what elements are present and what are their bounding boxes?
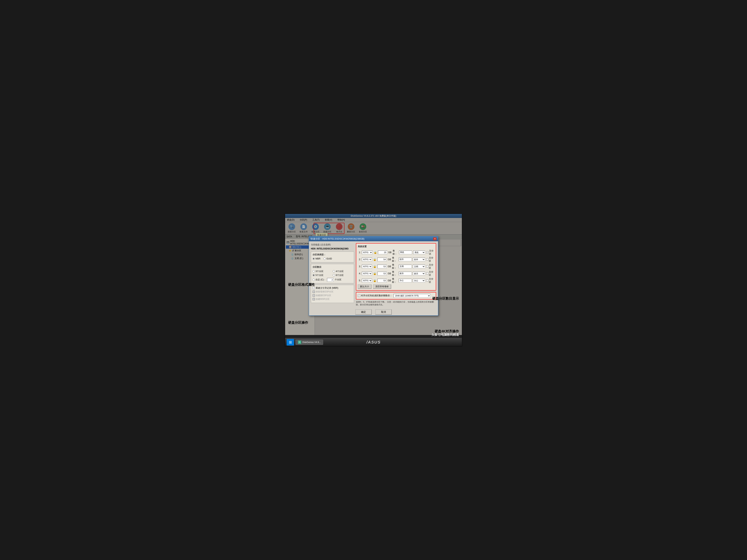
size-input-2[interactable] (378, 258, 387, 261)
align-checkbox[interactable]: ✓ 对齐分区到此扇区数的整数倍： (358, 294, 392, 297)
create-msr-label: 创建MSR分区 (316, 298, 330, 301)
asus-logo: /ASUS (366, 340, 381, 345)
primary-check-3[interactable]: 主分区 (426, 263, 434, 270)
primary-check-5[interactable]: 主分区 (426, 277, 434, 284)
count-3-input[interactable] (313, 270, 315, 272)
clear-labels-btn[interactable]: 清空所有卷标 (373, 285, 391, 289)
label-select-5[interactable]: 办公 (413, 279, 425, 283)
primary-label-5: 主分区 (429, 277, 434, 284)
primary-box-5[interactable] (426, 279, 428, 282)
label-select-2[interactable]: 软件 (413, 258, 425, 261)
alignment-box: ✓ 对齐分区到此扇区数的整数倍： 2048 扇区 (1048576 字节) 40… (356, 292, 436, 299)
cancel-btn[interactable]: 取消 (375, 310, 392, 315)
primary-label-2: 主分区 (429, 256, 434, 263)
label-prefix-5: 卷标： (392, 277, 397, 284)
mbr-label: MBR (315, 258, 320, 260)
guid-radio[interactable]: GUID (324, 258, 332, 260)
create-esp-box (313, 294, 315, 297)
label-input-5[interactable] (399, 279, 412, 283)
label-input-3[interactable] (399, 265, 412, 268)
lock-icon-3: 🔒 (373, 265, 376, 268)
note-content: 选择4、5、6"快速选择分区个数。 注意：此功能执行后，当前磁盘上的现有分区将被… (356, 301, 434, 306)
part-count-grid: 3个分区 4个分区 5个分区 (313, 270, 352, 277)
mbr-radio-input[interactable] (313, 258, 315, 260)
align-box-check[interactable]: ✓ (358, 294, 360, 297)
lock-icon-2: 🔒 (373, 258, 376, 261)
unit-3: GB (388, 265, 391, 268)
count-6-radio[interactable]: 6个分区 (333, 274, 352, 277)
rebuild-mbr-checkbox[interactable]: ✓ 重建主引导记录 (MBR) (313, 287, 352, 290)
align-label: 对齐分区到此扇区数的整数倍： (361, 294, 392, 297)
primary-box-3[interactable] (426, 265, 428, 268)
taskbar-diskgenius[interactable]: G DiskGenius V4.9... (295, 340, 323, 345)
keep-esp-box (313, 291, 315, 293)
count-5-input[interactable] (313, 274, 315, 276)
custom-radio-input[interactable] (313, 279, 315, 281)
label-select-1[interactable]: 系统 (413, 250, 425, 254)
primary-check-4[interactable]: 主分区 (426, 270, 434, 277)
count-3-radio[interactable]: 3个分区 (313, 270, 332, 273)
fs-select-2[interactable]: NTFS (362, 258, 372, 261)
align-value-select[interactable]: 2048 扇区 (1048576 字节) 4096 扇区 512 扇区 (393, 294, 431, 298)
dialog-body: 当前磁盘 (点击选择) HD0: INTELSSDSC2KW256G8(238G… (309, 241, 438, 308)
label-input-1[interactable] (399, 250, 412, 254)
row-2-num: 2: (358, 258, 361, 261)
disk-info: HD0: INTELSSDSC2KW256G8(238G (311, 247, 354, 250)
size-input-5[interactable] (378, 279, 387, 283)
current-disk-label: 当前磁盘 (点击选择) (311, 243, 354, 246)
label-input-2[interactable] (399, 258, 412, 261)
label-prefix-4: 卷标： (392, 270, 397, 277)
watermark: 头条 @电脑数码精通 (432, 333, 459, 337)
count-4-label: 4个分区 (336, 270, 344, 273)
count-6-input[interactable] (333, 274, 335, 276)
row-4-num: 4: (358, 272, 361, 275)
custom-count-input[interactable] (327, 278, 334, 282)
advanced-settings-box: 高级设置 1: NTFSFAT32exFAT 🔒 GB 卷标： (356, 243, 436, 291)
count-4-radio[interactable]: 4个分区 (333, 270, 352, 273)
fs-select-3[interactable]: NTFS (362, 265, 372, 268)
default-size-btn[interactable]: 默认大小 (358, 285, 371, 289)
primary-label-1: 主分区 (429, 249, 434, 256)
create-msr-checkbox: 创建MSR分区 (313, 298, 352, 301)
unit-4: GB (388, 272, 391, 275)
custom-radio[interactable]: 自定 (C)： (313, 278, 326, 281)
advanced-title: 高级设置 (358, 245, 434, 248)
fs-select-5[interactable]: NTFS (362, 279, 372, 283)
fs-select-1[interactable]: NTFSFAT32exFAT (362, 250, 372, 254)
operations-box: ✓ 重建主引导记录 (MBR) 保留现有ESP分区 创建新ESP分区 (311, 285, 354, 303)
primary-check-1[interactable]: ✓ 主分区 (426, 249, 434, 256)
rebuild-mbr-box[interactable]: ✓ (313, 287, 315, 289)
dialog-close-btn[interactable]: ✕ (433, 237, 437, 240)
primary-check-2[interactable]: 主分区 (426, 256, 434, 263)
left-panel: 当前磁盘 (点击选择) HD0: INTELSSDSC2KW256G8(238G… (311, 243, 354, 306)
label-select-4[interactable]: 娱乐 (413, 272, 425, 275)
row-3-num: 3: (358, 265, 361, 268)
size-input-3[interactable] (378, 265, 387, 268)
start-button[interactable]: ⊞ (287, 339, 294, 346)
mbr-radio[interactable]: MBR (313, 258, 320, 260)
partition-row-5: 5: NTFS 🔒 GB 卷标： 办公 (358, 277, 434, 284)
size-input-4[interactable] (378, 272, 387, 275)
guid-radio-input[interactable] (324, 258, 326, 260)
primary-label-3: 主分区 (429, 263, 434, 270)
custom-label: 自定 (C)： (315, 278, 326, 281)
primary-box-1[interactable]: ✓ (426, 251, 428, 254)
label-input-4[interactable] (399, 272, 412, 275)
custom-suffix: 个分区 (335, 278, 341, 281)
keep-esp-label: 保留现有ESP分区 (316, 290, 334, 293)
fs-select-4[interactable]: NTFS (362, 272, 372, 275)
count-4-input[interactable] (333, 270, 335, 272)
lock-icon-1: 🔒 (374, 251, 377, 254)
dialog-title-text: 快速分区 - HD0:INTELSSDSC2KW256G8(238GB) (310, 237, 364, 241)
label-prefix-1: 卷标： (393, 249, 398, 256)
primary-box-4[interactable] (426, 272, 428, 275)
partition-type-radio-group: MBR GUID (313, 258, 352, 260)
confirm-btn[interactable]: 确定 (355, 310, 372, 315)
primary-box-2[interactable] (426, 258, 428, 261)
partition-row-3: 3: NTFS 🔒 GB 卷标： 文档 (358, 263, 434, 270)
count-5-radio[interactable]: 5个分区 (313, 274, 332, 277)
action-row: 确定 取消 (309, 308, 438, 315)
size-input-1[interactable] (378, 250, 387, 254)
label-select-3[interactable]: 文档 (413, 265, 425, 268)
advanced-btn-row: 默认大小 清空所有卷标 (358, 285, 434, 289)
